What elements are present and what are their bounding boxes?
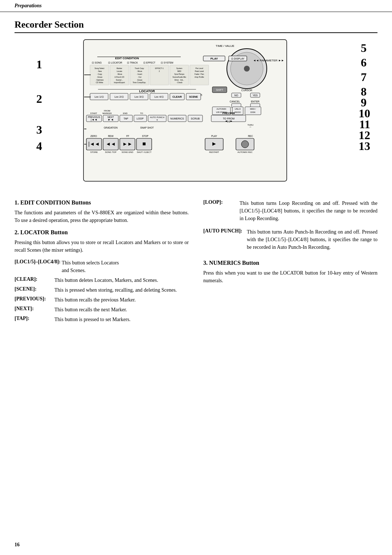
svg-text:⊡ SONG: ⊡ SONG: [92, 61, 102, 64]
term-next-label: [NEXT]:: [15, 306, 54, 312]
label-4: 4: [36, 139, 42, 153]
svg-text:RESTART: RESTART: [209, 151, 219, 153]
svg-text:|◄◄: |◄◄: [88, 141, 99, 147]
svg-text:UNLO: UNLO: [235, 108, 241, 110]
label-3: 3: [36, 123, 42, 137]
svg-text:Sync/Tempo: Sync/Tempo: [174, 73, 184, 75]
svg-text:CD Write: CD Write: [96, 81, 103, 84]
svg-text:ENTER: ENTER: [251, 100, 260, 103]
svg-text:STORE: STORE: [90, 151, 98, 153]
svg-text:⊡ TRACK: ⊡ TRACK: [127, 61, 138, 64]
svg-text:· Move: · Move: [136, 70, 142, 72]
svg-text:2: 2: [159, 70, 160, 72]
svg-text:AUTOMIX REC: AUTOMIX REC: [237, 151, 253, 153]
svg-text:Scene/Audio Mix: Scene/Audio Mix: [172, 76, 186, 78]
svg-text:Peak Level: Peak Level: [195, 70, 204, 72]
svg-text:DISK: DISK: [250, 111, 256, 113]
device-diagram: TIME / VALUE EDIT CONDITION PLAY ⊡ DISPL…: [54, 36, 338, 189]
term-clear-label: [CLEAR]:: [15, 276, 54, 282]
svg-point-4: [244, 66, 250, 72]
term-tap-desc: This button is pressed to set Markers.: [54, 316, 189, 323]
svg-text:START: START: [90, 112, 97, 114]
svg-text:GRADATION: GRADATION: [104, 126, 118, 129]
svg-text:FROM: FROM: [104, 110, 110, 112]
term-loc-label: [LOC1/5]–[LOC4/8]:: [15, 259, 62, 265]
svg-text:⊡ SYSTEM: ⊡ SYSTEM: [161, 61, 173, 64]
term-previous-desc: This button recalls the previous Marker.: [54, 296, 189, 304]
svg-text:STOP: STOP: [142, 135, 148, 137]
svg-text:⊡ LOCATOR: ⊡ LOCATOR: [108, 61, 122, 64]
svg-text:Marker: Marker: [117, 67, 122, 69]
svg-text:PLAY: PLAY: [211, 57, 218, 60]
term-clear: [CLEAR]: This button deletes Locators, M…: [15, 276, 189, 284]
svg-rect-7: [97, 57, 181, 57]
label-5: 5: [361, 41, 367, 55]
term-previous: [PREVIOUS]: This button recalls the prev…: [15, 296, 189, 304]
svg-text:· Copy: · Copy: [97, 73, 102, 75]
svg-text:· Cut: · Cut: [138, 76, 142, 78]
svg-text:Loc 1/⊡: Loc 1/⊡: [94, 96, 103, 98]
term-scene: [SCENE]: This is pressed when storing, r…: [15, 286, 189, 294]
section1-body: The functions and parameters of the VS-8…: [15, 209, 189, 224]
svg-text:Song Select: Song Select: [95, 67, 105, 69]
svg-text:· New: · New: [97, 70, 102, 72]
svg-text:Locate: Locate: [117, 70, 122, 72]
term-next: [NEXT]: This button recalls the next Mar…: [15, 306, 189, 313]
svg-text:NO: NO: [234, 94, 238, 97]
svg-text:REC: REC: [248, 135, 253, 137]
svg-text:◄◄ PARAMETER ►►: ◄◄ PARAMETER ►►: [253, 59, 284, 62]
svg-text:TO: TO: [140, 112, 143, 114]
svg-text:Import/Export: Import/Export: [114, 81, 125, 84]
term-scene-desc: This is pressed when storing, recalling,…: [54, 286, 189, 294]
term-scene-label: [SCENE]:: [15, 286, 54, 292]
svg-text:SHUT / EJECT: SHUT / EJECT: [137, 151, 152, 153]
svg-text:TAP: TAP: [123, 117, 128, 120]
diagram-wrapper: TIME / VALUE EDIT CONDITION PLAY ⊡ DISPL…: [15, 36, 377, 189]
svg-text:ZERO: ZERO: [90, 135, 97, 137]
label-13: 13: [359, 139, 370, 153]
svg-text:⊡ EFFECT: ⊡ EFFECT: [143, 61, 155, 64]
label-7: 7: [361, 70, 367, 84]
term-tap-label: [TAP]:: [15, 316, 54, 321]
page-container: Preparations Recorder Section TIME / VAL…: [0, 0, 392, 555]
svg-text:· Insert: · Insert: [136, 73, 142, 75]
term-loc-wide: [LOC1/5]–[LOC4/8]: This button selects L…: [15, 259, 189, 274]
svg-text:SNAP SHOT: SNAP SHOT: [140, 126, 154, 129]
page-title: Recorder Section: [15, 19, 377, 33]
svg-text:EDIT CONDITION: EDIT CONDITION: [115, 57, 139, 60]
svg-text:LOCATOR: LOCATOR: [139, 89, 155, 93]
svg-text:MIDI: MIDI: [177, 70, 181, 72]
svg-text:SCRUB: SCRUB: [191, 117, 200, 120]
svg-text:►: ►: [211, 141, 217, 147]
svg-text:Time Comp/Exp.: Time Comp/Exp.: [132, 81, 146, 84]
section3-body: Press this when you want to use the LOCA…: [203, 269, 377, 284]
svg-text:Loc 4/⊡: Loc 4/⊡: [154, 96, 163, 98]
svg-text:MARKER: MARKER: [102, 112, 112, 114]
svg-text:Amp Profile: Amp Profile: [195, 76, 204, 78]
svg-text:FF: FF: [126, 135, 129, 137]
diagram-area: TIME / VALUE EDIT CONDITION PLAY ⊡ DISPL…: [15, 36, 377, 189]
label-2: 2: [36, 92, 42, 106]
svg-text:■: ■: [142, 141, 146, 147]
svg-text:EFFECT-1: EFFECT-1: [155, 67, 164, 69]
svg-text:5: 5: [201, 94, 202, 96]
svg-text:Drive · Init...: Drive · Init...: [175, 79, 184, 81]
svg-text:MIDI /: MIDI /: [250, 108, 256, 110]
term-autopunch-desc: This button turns Auto Punch-In Recordin…: [247, 228, 377, 251]
section3-heading: 3. NUMERICS Button: [203, 260, 377, 266]
svg-text:Scene/...: Scene/...: [116, 79, 123, 81]
svg-text:Loc 2/⊡: Loc 2/⊡: [114, 96, 123, 98]
term-loop-desc: This button turns Loop Recording on and …: [240, 199, 377, 222]
top-bar: Preparations: [0, 0, 392, 12]
section2-terms: [LOC1/5]–[LOC4/8]: This button selects L…: [15, 259, 189, 323]
svg-text:Loc 3/⊡: Loc 3/⊡: [134, 96, 143, 98]
svg-text:· Erase: · Erase: [97, 76, 102, 78]
content-columns: 1. EDIT CONDITION Buttons The functions …: [15, 199, 377, 328]
svg-text:SONG END: SONG END: [122, 151, 134, 153]
svg-text:CLEAR: CLEAR: [172, 95, 182, 98]
svg-text:Fader / Pan: Fader / Pan: [195, 73, 204, 75]
svg-text:System: System: [176, 67, 183, 69]
term-autopunch: [AUTO PUNCH]: This button turns Auto Pun…: [203, 228, 377, 251]
svg-text:REW: REW: [108, 135, 114, 137]
svg-text:|◄◄: |◄◄: [91, 118, 97, 121]
